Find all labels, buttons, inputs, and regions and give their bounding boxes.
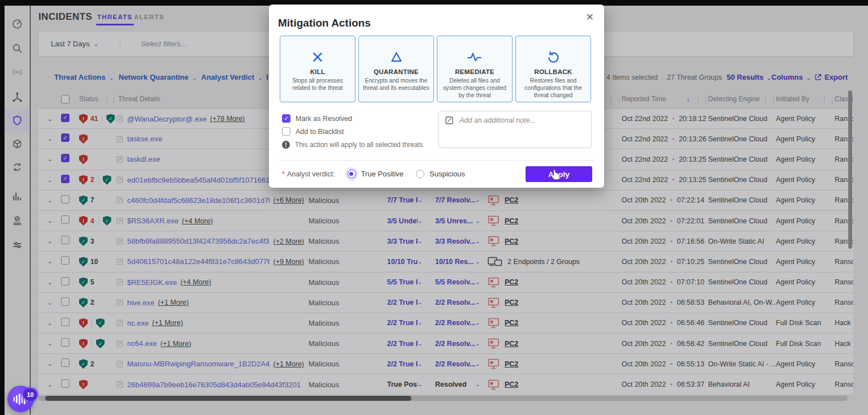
note-input[interactable]: Add an additional note... bbox=[439, 111, 592, 148]
mark-as-resolved-checkbox[interactable] bbox=[282, 114, 290, 123]
add-to-blacklist-label: Add to Blacklist bbox=[296, 128, 344, 136]
notification-badge: 10 bbox=[23, 388, 37, 401]
action-description: Deletes all files and system changes cre… bbox=[437, 77, 512, 100]
apply-button[interactable]: Apply bbox=[526, 166, 592, 182]
quarantine-triangle-icon bbox=[389, 50, 403, 64]
action-description: Encrypts and moves the threat and its ex… bbox=[359, 77, 433, 92]
mark-as-resolved-label: Mark as Resolved bbox=[296, 115, 352, 123]
mitigation-action-card[interactable]: QUARANTINE Encrypts and moves the threat… bbox=[358, 36, 434, 102]
mitigation-actions-modal: Mitigation Actions ✕ KILL Stops all proc… bbox=[269, 5, 604, 188]
kill-x-icon bbox=[311, 50, 324, 64]
mark-as-resolved-option[interactable]: Mark as Resolved bbox=[282, 114, 352, 123]
remediate-pulse-icon bbox=[467, 50, 483, 64]
rollback-arrow-icon bbox=[546, 50, 560, 64]
info-note-text: This action will apply to all selected t… bbox=[295, 141, 423, 149]
action-name: ROLLBACK bbox=[535, 68, 572, 75]
apply-all-info: ! This action will apply to all selected… bbox=[282, 141, 423, 149]
modal-divider bbox=[278, 160, 595, 161]
analyst-verdict-row: * Analyst verdict: True Positive Suspici… bbox=[282, 170, 465, 178]
action-name: KILL bbox=[310, 68, 326, 75]
mitigation-action-card[interactable]: REMEDIATE Deletes all files and system c… bbox=[437, 36, 513, 102]
true-positive-label: True Positive bbox=[361, 170, 403, 178]
add-to-blacklist-checkbox[interactable] bbox=[282, 127, 290, 136]
mitigation-action-card[interactable]: KILL Stops all processes related to the … bbox=[280, 36, 355, 102]
required-mark: * bbox=[282, 170, 285, 178]
analyst-verdict-label: Analyst verdict: bbox=[287, 170, 335, 178]
suspicious-label: Suspicious bbox=[429, 170, 465, 178]
note-placeholder: Add an additional note... bbox=[459, 116, 536, 124]
modal-title: Mitigation Actions bbox=[278, 17, 371, 29]
close-icon[interactable]: ✕ bbox=[584, 9, 596, 25]
mitigation-action-cards: KILL Stops all processes related to the … bbox=[280, 36, 593, 102]
note-edit-icon bbox=[445, 116, 454, 127]
action-name: QUARANTINE bbox=[374, 68, 419, 75]
mitigation-action-card[interactable]: ROLLBACK Restores files and configuratio… bbox=[515, 36, 591, 102]
action-name: REMEDIATE bbox=[455, 68, 494, 75]
add-to-blacklist-option[interactable]: Add to Blacklist bbox=[282, 127, 344, 136]
action-description: Stops all processes related to the threa… bbox=[280, 77, 355, 92]
true-positive-radio[interactable] bbox=[348, 170, 356, 178]
suspicious-radio[interactable] bbox=[416, 170, 424, 178]
waveform-icon bbox=[14, 397, 15, 401]
action-description: Restores files and configurations that t… bbox=[516, 77, 591, 100]
info-icon: ! bbox=[282, 141, 290, 149]
